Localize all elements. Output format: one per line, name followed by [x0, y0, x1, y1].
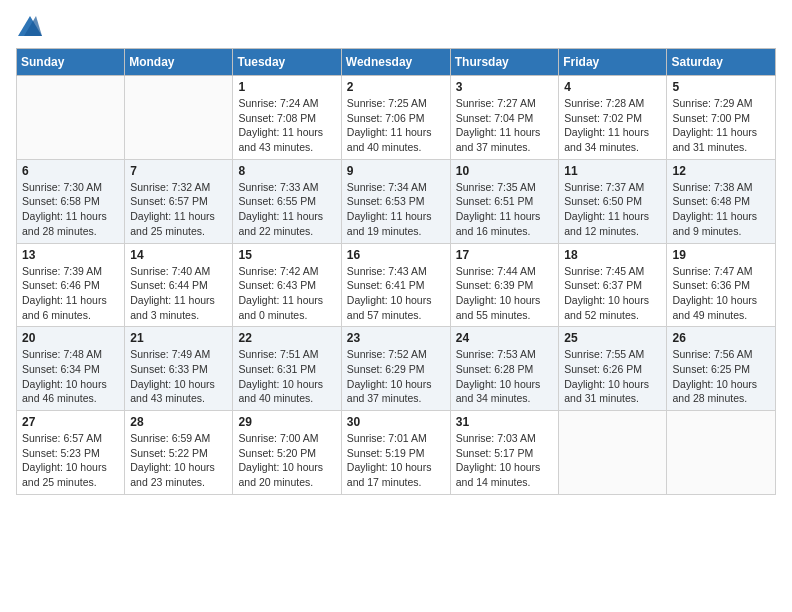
day-info: Sunrise: 7:25 AM Sunset: 7:06 PM Dayligh… [347, 96, 445, 155]
day-number: 22 [238, 331, 335, 345]
calendar-cell [667, 411, 776, 495]
calendar-week-row: 6Sunrise: 7:30 AM Sunset: 6:58 PM Daylig… [17, 159, 776, 243]
calendar-day-header: Wednesday [341, 49, 450, 76]
calendar-cell: 8Sunrise: 7:33 AM Sunset: 6:55 PM Daylig… [233, 159, 341, 243]
logo [16, 16, 42, 36]
calendar-cell: 31Sunrise: 7:03 AM Sunset: 5:17 PM Dayli… [450, 411, 559, 495]
calendar-cell: 23Sunrise: 7:52 AM Sunset: 6:29 PM Dayli… [341, 327, 450, 411]
day-info: Sunrise: 7:47 AM Sunset: 6:36 PM Dayligh… [672, 264, 770, 323]
day-number: 2 [347, 80, 445, 94]
day-info: Sunrise: 7:00 AM Sunset: 5:20 PM Dayligh… [238, 431, 335, 490]
day-number: 30 [347, 415, 445, 429]
calendar-cell: 9Sunrise: 7:34 AM Sunset: 6:53 PM Daylig… [341, 159, 450, 243]
day-info: Sunrise: 7:48 AM Sunset: 6:34 PM Dayligh… [22, 347, 119, 406]
calendar-cell: 2Sunrise: 7:25 AM Sunset: 7:06 PM Daylig… [341, 76, 450, 160]
calendar-cell: 11Sunrise: 7:37 AM Sunset: 6:50 PM Dayli… [559, 159, 667, 243]
calendar-day-header: Tuesday [233, 49, 341, 76]
day-number: 6 [22, 164, 119, 178]
day-number: 31 [456, 415, 554, 429]
day-number: 14 [130, 248, 227, 262]
day-number: 7 [130, 164, 227, 178]
day-number: 25 [564, 331, 661, 345]
calendar-cell [559, 411, 667, 495]
calendar-cell: 28Sunrise: 6:59 AM Sunset: 5:22 PM Dayli… [125, 411, 233, 495]
day-number: 11 [564, 164, 661, 178]
day-number: 12 [672, 164, 770, 178]
day-info: Sunrise: 7:44 AM Sunset: 6:39 PM Dayligh… [456, 264, 554, 323]
day-info: Sunrise: 6:57 AM Sunset: 5:23 PM Dayligh… [22, 431, 119, 490]
calendar-cell [17, 76, 125, 160]
day-info: Sunrise: 7:32 AM Sunset: 6:57 PM Dayligh… [130, 180, 227, 239]
calendar-week-row: 13Sunrise: 7:39 AM Sunset: 6:46 PM Dayli… [17, 243, 776, 327]
calendar-cell: 13Sunrise: 7:39 AM Sunset: 6:46 PM Dayli… [17, 243, 125, 327]
day-info: Sunrise: 7:42 AM Sunset: 6:43 PM Dayligh… [238, 264, 335, 323]
day-info: Sunrise: 7:29 AM Sunset: 7:00 PM Dayligh… [672, 96, 770, 155]
day-info: Sunrise: 7:53 AM Sunset: 6:28 PM Dayligh… [456, 347, 554, 406]
calendar-cell: 17Sunrise: 7:44 AM Sunset: 6:39 PM Dayli… [450, 243, 559, 327]
page-header [16, 16, 776, 36]
day-info: Sunrise: 7:51 AM Sunset: 6:31 PM Dayligh… [238, 347, 335, 406]
day-number: 18 [564, 248, 661, 262]
day-info: Sunrise: 7:28 AM Sunset: 7:02 PM Dayligh… [564, 96, 661, 155]
day-number: 10 [456, 164, 554, 178]
day-number: 20 [22, 331, 119, 345]
day-info: Sunrise: 7:55 AM Sunset: 6:26 PM Dayligh… [564, 347, 661, 406]
calendar-cell: 12Sunrise: 7:38 AM Sunset: 6:48 PM Dayli… [667, 159, 776, 243]
calendar-day-header: Thursday [450, 49, 559, 76]
calendar-cell: 24Sunrise: 7:53 AM Sunset: 6:28 PM Dayli… [450, 327, 559, 411]
calendar-cell: 6Sunrise: 7:30 AM Sunset: 6:58 PM Daylig… [17, 159, 125, 243]
day-number: 3 [456, 80, 554, 94]
day-number: 1 [238, 80, 335, 94]
calendar-cell [125, 76, 233, 160]
calendar-cell: 7Sunrise: 7:32 AM Sunset: 6:57 PM Daylig… [125, 159, 233, 243]
day-number: 9 [347, 164, 445, 178]
calendar-cell: 16Sunrise: 7:43 AM Sunset: 6:41 PM Dayli… [341, 243, 450, 327]
day-info: Sunrise: 7:33 AM Sunset: 6:55 PM Dayligh… [238, 180, 335, 239]
day-info: Sunrise: 7:30 AM Sunset: 6:58 PM Dayligh… [22, 180, 119, 239]
day-number: 24 [456, 331, 554, 345]
day-number: 4 [564, 80, 661, 94]
calendar-cell: 27Sunrise: 6:57 AM Sunset: 5:23 PM Dayli… [17, 411, 125, 495]
day-number: 5 [672, 80, 770, 94]
day-info: Sunrise: 7:37 AM Sunset: 6:50 PM Dayligh… [564, 180, 661, 239]
day-number: 23 [347, 331, 445, 345]
calendar-day-header: Saturday [667, 49, 776, 76]
day-info: Sunrise: 7:45 AM Sunset: 6:37 PM Dayligh… [564, 264, 661, 323]
day-info: Sunrise: 7:49 AM Sunset: 6:33 PM Dayligh… [130, 347, 227, 406]
day-info: Sunrise: 7:35 AM Sunset: 6:51 PM Dayligh… [456, 180, 554, 239]
day-info: Sunrise: 7:24 AM Sunset: 7:08 PM Dayligh… [238, 96, 335, 155]
calendar-cell: 15Sunrise: 7:42 AM Sunset: 6:43 PM Dayli… [233, 243, 341, 327]
day-number: 15 [238, 248, 335, 262]
day-info: Sunrise: 7:27 AM Sunset: 7:04 PM Dayligh… [456, 96, 554, 155]
day-number: 8 [238, 164, 335, 178]
day-info: Sunrise: 7:43 AM Sunset: 6:41 PM Dayligh… [347, 264, 445, 323]
calendar-cell: 1Sunrise: 7:24 AM Sunset: 7:08 PM Daylig… [233, 76, 341, 160]
day-number: 21 [130, 331, 227, 345]
calendar-week-row: 20Sunrise: 7:48 AM Sunset: 6:34 PM Dayli… [17, 327, 776, 411]
calendar-cell: 20Sunrise: 7:48 AM Sunset: 6:34 PM Dayli… [17, 327, 125, 411]
calendar-cell: 10Sunrise: 7:35 AM Sunset: 6:51 PM Dayli… [450, 159, 559, 243]
calendar-week-row: 27Sunrise: 6:57 AM Sunset: 5:23 PM Dayli… [17, 411, 776, 495]
calendar-cell: 5Sunrise: 7:29 AM Sunset: 7:00 PM Daylig… [667, 76, 776, 160]
calendar-cell: 18Sunrise: 7:45 AM Sunset: 6:37 PM Dayli… [559, 243, 667, 327]
day-info: Sunrise: 7:52 AM Sunset: 6:29 PM Dayligh… [347, 347, 445, 406]
day-number: 16 [347, 248, 445, 262]
calendar-cell: 4Sunrise: 7:28 AM Sunset: 7:02 PM Daylig… [559, 76, 667, 160]
day-info: Sunrise: 7:39 AM Sunset: 6:46 PM Dayligh… [22, 264, 119, 323]
calendar-cell: 22Sunrise: 7:51 AM Sunset: 6:31 PM Dayli… [233, 327, 341, 411]
calendar-cell: 3Sunrise: 7:27 AM Sunset: 7:04 PM Daylig… [450, 76, 559, 160]
day-number: 19 [672, 248, 770, 262]
calendar-day-header: Monday [125, 49, 233, 76]
day-info: Sunrise: 6:59 AM Sunset: 5:22 PM Dayligh… [130, 431, 227, 490]
day-number: 17 [456, 248, 554, 262]
day-number: 29 [238, 415, 335, 429]
calendar-cell: 21Sunrise: 7:49 AM Sunset: 6:33 PM Dayli… [125, 327, 233, 411]
calendar-cell: 25Sunrise: 7:55 AM Sunset: 6:26 PM Dayli… [559, 327, 667, 411]
day-info: Sunrise: 7:56 AM Sunset: 6:25 PM Dayligh… [672, 347, 770, 406]
calendar-day-header: Friday [559, 49, 667, 76]
day-info: Sunrise: 7:34 AM Sunset: 6:53 PM Dayligh… [347, 180, 445, 239]
calendar-cell: 26Sunrise: 7:56 AM Sunset: 6:25 PM Dayli… [667, 327, 776, 411]
day-info: Sunrise: 7:01 AM Sunset: 5:19 PM Dayligh… [347, 431, 445, 490]
day-number: 13 [22, 248, 119, 262]
day-number: 26 [672, 331, 770, 345]
